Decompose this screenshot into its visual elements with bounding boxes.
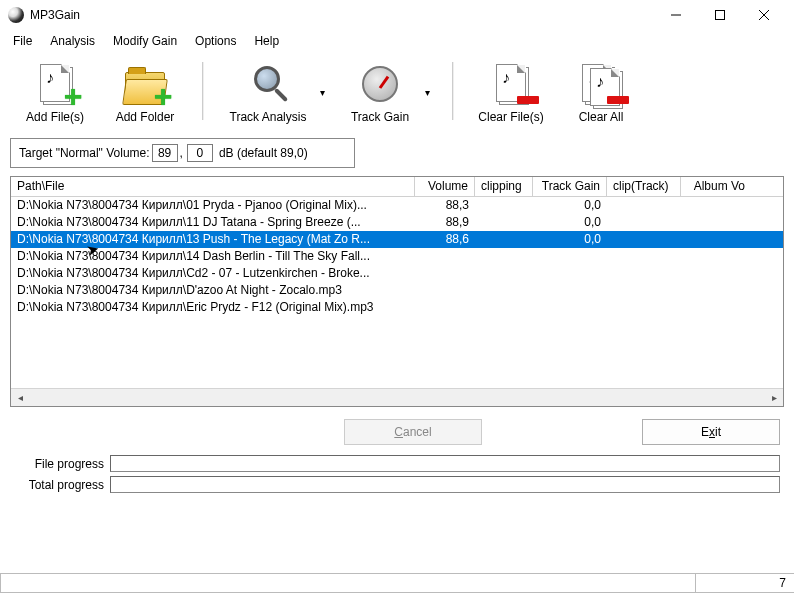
add-folder-button[interactable]: + Add Folder <box>100 58 190 126</box>
track-analysis-dropdown[interactable]: ▾ <box>320 87 329 98</box>
cell-path: D:\Nokia N73\8004734 Кирилл\11 DJ Tatana… <box>11 214 415 231</box>
menu-file[interactable]: File <box>4 32 41 50</box>
cell-volume: 88,3 <box>415 197 475 214</box>
total-progress-label: Total progress <box>14 478 104 492</box>
table-row[interactable]: D:\Nokia N73\8004734 Кирилл\14 Dash Berl… <box>11 248 783 265</box>
cell-path: D:\Nokia N73\8004734 Кирилл\13 Push - Th… <box>11 231 415 248</box>
table-row[interactable]: D:\Nokia N73\8004734 Кирилл\11 DJ Tatana… <box>11 214 783 231</box>
table-row[interactable]: D:\Nokia N73\8004734 Кирилл\Cd2 - 07 - L… <box>11 265 783 282</box>
plus-icon: + <box>61 86 85 110</box>
gauge-icon <box>362 66 398 102</box>
statusbar: 7 <box>0 573 794 593</box>
clear-all-button[interactable]: ♪♪ Clear All <box>556 58 646 126</box>
table-row[interactable]: D:\Nokia N73\8004734 Кирилл\Eric Prydz -… <box>11 299 783 316</box>
cell-path: D:\Nokia N73\8004734 Кирилл\01 Pryda - P… <box>11 197 415 214</box>
app-icon <box>8 7 24 23</box>
cell-albumvol <box>681 248 751 265</box>
table-row[interactable]: D:\Nokia N73\8004734 Кирилл\D'azoo At Ni… <box>11 282 783 299</box>
table-row[interactable]: D:\Nokia N73\8004734 Кирилл\01 Pryda - P… <box>11 197 783 214</box>
minimize-button[interactable] <box>654 1 698 29</box>
scroll-right-button[interactable]: ▸ <box>765 389 783 406</box>
titlebar: MP3Gain <box>0 0 794 30</box>
close-button[interactable] <box>742 1 786 29</box>
add-files-button[interactable]: ♪+ Add File(s) <box>10 58 100 126</box>
cell-clipping <box>475 197 533 214</box>
button-row: Cancel Exit <box>0 407 794 453</box>
toolbar-separator <box>452 62 454 120</box>
col-volume-header[interactable]: Volume <box>415 177 475 196</box>
cell-cliptrack <box>607 299 681 316</box>
track-analysis-button[interactable]: Track Analysis <box>216 58 320 126</box>
exit-button[interactable]: Exit <box>642 419 780 445</box>
cell-albumvol <box>681 265 751 282</box>
status-count: 7 <box>695 574 794 593</box>
cell-trackgain: 0,0 <box>533 214 607 231</box>
status-cell <box>0 574 696 593</box>
cell-path: D:\Nokia N73\8004734 Кирилл\Cd2 - 07 - L… <box>11 265 415 282</box>
cell-cliptrack <box>607 282 681 299</box>
target-frac-input[interactable] <box>187 144 213 162</box>
cell-volume: 88,9 <box>415 214 475 231</box>
file-progress-bar <box>110 455 780 472</box>
target-int-input[interactable] <box>152 144 178 162</box>
cell-path: D:\Nokia N73\8004734 Кирилл\Eric Prydz -… <box>11 299 415 316</box>
cell-cliptrack <box>607 214 681 231</box>
menu-modify-gain[interactable]: Modify Gain <box>104 32 186 50</box>
cell-albumvol <box>681 214 751 231</box>
cell-volume <box>415 265 475 282</box>
cell-albumvol <box>681 282 751 299</box>
scroll-left-button[interactable]: ◂ <box>11 389 29 406</box>
maximize-button[interactable] <box>698 1 742 29</box>
total-progress-row: Total progress <box>0 474 794 495</box>
target-suffix: dB (default 89,0) <box>219 146 308 160</box>
cell-path: D:\Nokia N73\8004734 Кирилл\14 Dash Berl… <box>11 248 415 265</box>
file-progress-label: File progress <box>14 457 104 471</box>
clear-files-button[interactable]: ♪ Clear File(s) <box>466 58 556 126</box>
cell-albumvol <box>681 299 751 316</box>
cell-trackgain <box>533 248 607 265</box>
cell-clipping <box>475 248 533 265</box>
grid-body[interactable]: D:\Nokia N73\8004734 Кирилл\01 Pryda - P… <box>11 197 783 388</box>
cell-volume <box>415 248 475 265</box>
col-path-header[interactable]: Path\File <box>11 177 415 196</box>
cell-albumvol <box>681 231 751 248</box>
cell-trackgain <box>533 282 607 299</box>
toolbar: ♪+ Add File(s) + Add Folder Track Analys… <box>0 52 794 134</box>
cell-cliptrack <box>607 248 681 265</box>
svg-rect-1 <box>716 11 725 20</box>
cell-trackgain <box>533 299 607 316</box>
total-progress-bar <box>110 476 780 493</box>
col-clipping-header[interactable]: clipping <box>475 177 533 196</box>
table-row[interactable]: D:\Nokia N73\8004734 Кирилл\13 Push - Th… <box>11 231 783 248</box>
cell-volume <box>415 282 475 299</box>
cell-cliptrack <box>607 197 681 214</box>
cell-clipping <box>475 299 533 316</box>
menubar: File Analysis Modify Gain Options Help <box>0 30 794 52</box>
col-cliptrack-header[interactable]: clip(Track) <box>607 177 681 196</box>
cell-clipping <box>475 282 533 299</box>
file-progress-row: File progress <box>0 453 794 474</box>
menu-analysis[interactable]: Analysis <box>41 32 104 50</box>
track-gain-button[interactable]: Track Gain <box>335 58 425 126</box>
window-title: MP3Gain <box>30 8 80 22</box>
file-grid: Path\File Volume clipping Track Gain cli… <box>10 176 784 407</box>
col-trackgain-header[interactable]: Track Gain <box>533 177 607 196</box>
cell-clipping <box>475 265 533 282</box>
grid-hscrollbar[interactable]: ◂ ▸ <box>11 388 783 406</box>
menu-help[interactable]: Help <box>245 32 288 50</box>
minus-icon <box>607 96 629 104</box>
cell-cliptrack <box>607 231 681 248</box>
cell-volume: 88,6 <box>415 231 475 248</box>
cell-volume <box>415 299 475 316</box>
cell-trackgain <box>533 265 607 282</box>
menu-options[interactable]: Options <box>186 32 245 50</box>
cancel-button: Cancel <box>344 419 482 445</box>
cell-trackgain: 0,0 <box>533 197 607 214</box>
scroll-track[interactable] <box>29 389 765 406</box>
col-albumvol-header[interactable]: Album Vo <box>681 177 751 196</box>
target-label: Target "Normal" Volume: <box>19 146 150 160</box>
toolbar-separator <box>202 62 204 120</box>
cell-clipping <box>475 214 533 231</box>
cell-trackgain: 0,0 <box>533 231 607 248</box>
track-gain-dropdown[interactable]: ▾ <box>425 87 434 98</box>
